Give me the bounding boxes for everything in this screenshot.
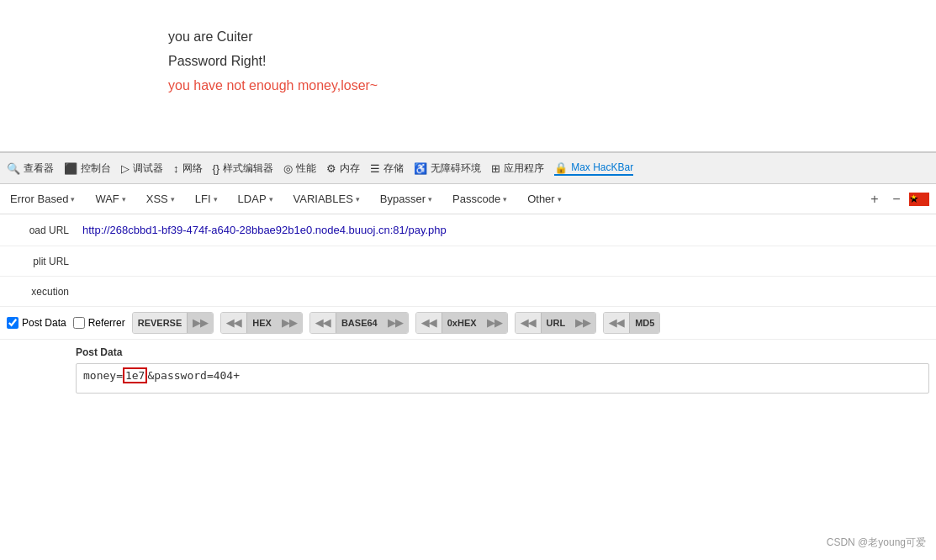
cn-flag-icon[interactable]: ★: [909, 193, 929, 206]
toolbar-hackbar-label: Max HacKBar: [571, 161, 633, 173]
variables-chevron: ▾: [356, 195, 360, 203]
toolbar-debugger-label: 调试器: [133, 161, 163, 176]
post-data-checkbox-item: Post Data: [7, 317, 66, 329]
hex-button[interactable]: ◀◀ HEX ▶▶: [220, 312, 303, 334]
toolbar-perf-label: 性能: [296, 161, 316, 176]
waf-label: WAF: [95, 193, 119, 205]
base64-arrow-left: ◀◀: [310, 313, 336, 333]
toolbar-a11y-label: 无障碍环境: [431, 161, 481, 176]
0xhex-button[interactable]: ◀◀ 0xHEX ▶▶: [415, 312, 508, 334]
base64-button[interactable]: ◀◀ BASE64 ▶▶: [309, 312, 409, 334]
menu-other[interactable]: Other ▾: [517, 188, 572, 210]
toolbar-network[interactable]: ↕ 网络: [173, 161, 203, 176]
ldap-label: LDAP: [238, 193, 267, 205]
hackbar-icon: 🔒: [554, 161, 568, 174]
url-arrow-right: ▶▶: [570, 313, 595, 333]
debugger-icon: ▷: [121, 162, 130, 175]
error-based-chevron: ▾: [71, 195, 75, 203]
0xhex-arrow-right: ▶▶: [482, 313, 507, 333]
md5-label: MD5: [630, 313, 659, 333]
message-line1: you are Cuiter: [168, 25, 936, 50]
toolbar-memory-label: 内存: [340, 161, 360, 176]
menu-variables[interactable]: VARIABLES ▾: [283, 188, 370, 210]
post-data-section: Post Data money=1e7&password=404+: [0, 340, 936, 400]
toolbar-style-label: 样式编辑器: [223, 161, 273, 176]
toolbar-inspector[interactable]: 🔍 查看器: [7, 161, 54, 176]
watermark-text: CSDN @老young可爱: [827, 536, 926, 548]
menu-error-based[interactable]: Error Based ▾: [0, 188, 85, 210]
post-data-before: money=: [83, 369, 123, 382]
url-arrow-left: ◀◀: [516, 313, 542, 333]
toolbar-storage[interactable]: ☰ 存储: [370, 161, 404, 176]
toolbar-style[interactable]: {} 样式编辑器: [213, 161, 274, 176]
minus-button[interactable]: −: [887, 190, 906, 209]
load-url-row: oad URL: [0, 214, 936, 246]
referrer-check-label: Referrer: [88, 317, 125, 329]
split-url-label: plit URL: [0, 251, 76, 272]
xss-chevron: ▾: [171, 195, 175, 203]
toolbar-apps-label: 应用程序: [504, 161, 544, 176]
menu-lfi[interactable]: LFI ▾: [185, 188, 228, 210]
hackbar-menu: Error Based ▾ WAF ▾ XSS ▾ LFI ▾ LDAP ▾ V…: [0, 184, 936, 214]
ldap-chevron: ▾: [269, 195, 273, 203]
watermark: CSDN @老young可爱: [827, 536, 926, 550]
menu-passcode[interactable]: Passcode ▾: [442, 188, 517, 210]
storage-icon: ☰: [370, 162, 380, 175]
menu-waf[interactable]: WAF ▾: [85, 188, 135, 210]
url-label: URL: [542, 313, 571, 333]
md5-arrow-left: ◀◀: [604, 313, 630, 333]
variables-label: VARIABLES: [293, 193, 353, 205]
browser-toolbar: 🔍 查看器 ⬛ 控制台 ▷ 调试器 ↕ 网络 {} 样式编辑器 ◎ 性能 ⚙ 内…: [0, 152, 936, 184]
message-line3: you have not enough money,loser~: [168, 74, 936, 98]
perf-icon: ◎: [283, 162, 293, 175]
top-content: you are Cuiter Password Right! you have …: [0, 0, 936, 151]
toolbar-storage-label: 存储: [383, 161, 404, 176]
reverse-arrow: ▶▶: [188, 313, 213, 333]
toolbar-hackbar[interactable]: 🔒 Max HacKBar: [554, 161, 633, 176]
xss-label: XSS: [146, 193, 168, 205]
lfi-label: LFI: [195, 193, 211, 205]
referrer-checkbox-item: Referrer: [73, 317, 125, 329]
inspector-icon: 🔍: [7, 162, 20, 175]
base64-label: BASE64: [336, 313, 383, 333]
toolbar-console[interactable]: ⬛ 控制台: [64, 161, 111, 176]
hex-arrow-left: ◀◀: [221, 313, 247, 333]
split-url-input[interactable]: [76, 250, 936, 272]
other-label: Other: [527, 193, 555, 205]
post-data-content[interactable]: money=1e7&password=404+: [76, 363, 929, 394]
load-url-input[interactable]: [76, 219, 936, 241]
url-section: oad URL plit URL xecution: [0, 214, 936, 307]
post-data-section-label: Post Data: [76, 346, 929, 358]
memory-icon: ⚙: [326, 162, 336, 175]
execution-input[interactable]: [76, 280, 936, 303]
toolbar-a11y[interactable]: ♿ 无障碍环境: [414, 161, 481, 176]
style-icon: {}: [213, 162, 220, 175]
menu-actions: + − ★: [865, 190, 936, 209]
console-icon: ⬛: [64, 162, 77, 175]
base64-arrow-right: ▶▶: [383, 313, 408, 333]
toolbar-apps[interactable]: ⊞ 应用程序: [491, 161, 544, 176]
0xhex-label: 0xHEX: [442, 313, 482, 333]
referrer-checkbox[interactable]: [73, 317, 85, 329]
toolbar-debugger[interactable]: ▷ 调试器: [121, 161, 163, 176]
load-url-label: oad URL: [0, 219, 76, 241]
md5-button[interactable]: ◀◀ MD5: [603, 312, 660, 334]
post-data-checkbox[interactable]: [7, 317, 19, 329]
menu-ldap[interactable]: LDAP ▾: [228, 188, 283, 210]
reverse-button[interactable]: REVERSE ▶▶: [132, 312, 214, 334]
url-button[interactable]: ◀◀ URL ▶▶: [515, 312, 597, 334]
toolbar-network-label: 网络: [182, 161, 203, 176]
toolbar-memory[interactable]: ⚙ 内存: [326, 161, 360, 176]
reverse-label: REVERSE: [133, 313, 188, 333]
add-button[interactable]: +: [865, 190, 884, 209]
message-line2: Password Right!: [168, 50, 936, 74]
other-chevron: ▾: [558, 195, 562, 203]
menu-bypasser[interactable]: Bypasser ▾: [370, 188, 442, 210]
split-url-row: plit URL: [0, 246, 936, 277]
menu-xss[interactable]: XSS ▾: [136, 188, 185, 210]
post-data-check-label: Post Data: [22, 317, 66, 329]
toolbar-perf[interactable]: ◎ 性能: [283, 161, 316, 176]
error-based-label: Error Based: [10, 193, 68, 205]
bypasser-chevron: ▾: [428, 195, 432, 203]
lfi-chevron: ▾: [214, 195, 218, 203]
